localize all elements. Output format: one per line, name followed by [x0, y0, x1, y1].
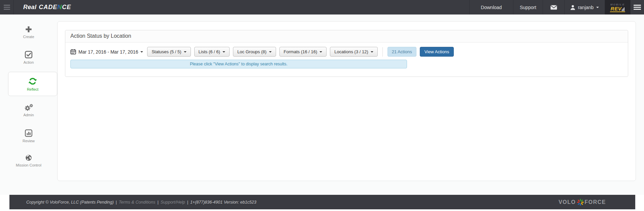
- info-message: Please click "View Actions" to display s…: [70, 60, 407, 68]
- divider: |: [157, 200, 158, 205]
- envelope-icon: [550, 5, 557, 10]
- plus-icon: [25, 26, 32, 33]
- support-help-link[interactable]: Support/Help: [161, 200, 185, 205]
- sidebar-item-label: Mission Control: [16, 163, 41, 167]
- sidebar-toggle-button[interactable]: [0, 0, 14, 14]
- sidebar-item-create[interactable]: Create: [0, 23, 57, 41]
- calendar-icon: [70, 49, 76, 55]
- checkbox-icon: [25, 51, 33, 59]
- sidebar-item-admin[interactable]: Admin: [0, 100, 57, 119]
- sidebar-item-label: Review: [23, 139, 35, 143]
- nav-support[interactable]: Support: [513, 0, 543, 14]
- terms-link[interactable]: Terms & Conditions: [119, 200, 156, 205]
- sidebar-item-reflect[interactable]: Reflect: [8, 72, 57, 96]
- options-menu-button[interactable]: [630, 0, 644, 14]
- gears-icon: [24, 103, 33, 111]
- footer: Copyright © VoloForce, LLC (Patents Pend…: [9, 195, 635, 209]
- loc-groups-dropdown[interactable]: Loc Groups (8): [233, 47, 276, 57]
- filter-toolbar: Mar 17, 2016 - Mar 17, 2016 Statuses (5 …: [70, 47, 623, 57]
- divider: |: [187, 200, 188, 205]
- copyright-text: Copyright © VoloForce, LLC (Patents Pend…: [26, 200, 114, 205]
- app-logo[interactable]: Real CADENNCE: [23, 0, 71, 14]
- hamburger-icon: [4, 5, 10, 10]
- chevron-down-icon: [596, 7, 599, 8]
- sidebar-item-label: Create: [23, 35, 34, 39]
- navbar-right: Download Support ranjanb MOBILE REV: [469, 0, 644, 14]
- username-label: ranjanb: [578, 5, 594, 10]
- locations-dropdown[interactable]: Locations (3 / 12): [330, 47, 377, 57]
- sidebar-item-action[interactable]: Action: [0, 48, 57, 67]
- divider: |: [116, 200, 117, 205]
- top-navbar: Real CADENNCE Download Support ranjanb M…: [0, 0, 644, 14]
- lists-dropdown[interactable]: Lists (6 / 6): [194, 47, 230, 57]
- actions-count-badge: 21 Actions: [387, 47, 416, 57]
- chevron-down-icon: [319, 51, 322, 53]
- phone-version-text: 1+(877)836-4901 Version: eb1c523: [190, 200, 257, 205]
- sidebar-item-label: Reflect: [27, 87, 38, 91]
- sidebar-item-mission-control[interactable]: Mission Control: [0, 151, 57, 170]
- voloforce-logo: VOLO FORCE: [558, 199, 606, 206]
- user-menu[interactable]: ranjanb: [564, 0, 605, 14]
- mobile-rev-line2: REV: [610, 6, 625, 12]
- main-card: Action Status by Location: [57, 21, 636, 181]
- divider: [382, 47, 383, 57]
- action-status-panel: Action Status by Location: [65, 30, 628, 77]
- formats-dropdown[interactable]: Formats (16 / 16): [279, 47, 327, 57]
- nav-download[interactable]: Download: [469, 0, 513, 14]
- nav-support-label: Support: [520, 5, 536, 10]
- nav-messages[interactable]: [543, 0, 564, 14]
- mobile-rev-logo: MOBILE REV: [605, 0, 630, 14]
- pinwheel-icon: [577, 199, 584, 206]
- sidebar-item-label: Action: [24, 60, 34, 64]
- hamburger-icon: [634, 5, 641, 10]
- refresh-icon: [28, 77, 37, 86]
- sidebar-item-review[interactable]: Review: [0, 126, 57, 145]
- chevron-down-icon: [371, 51, 373, 53]
- globe-icon: [25, 154, 32, 161]
- footer-text: Copyright © VoloForce, LLC (Patents Pend…: [26, 200, 256, 205]
- date-range-picker[interactable]: Mar 17, 2016 - Mar 17, 2016: [70, 49, 144, 55]
- sidebar: Create Action Reflect: [0, 14, 57, 195]
- chevron-down-icon: [140, 51, 143, 53]
- statuses-dropdown[interactable]: Statuses (5 / 5): [147, 47, 191, 57]
- navbar-left: Real CADENNCE: [0, 0, 469, 14]
- chevron-down-icon: [184, 51, 187, 53]
- page-title: Action Status by Location: [65, 30, 628, 42]
- chevron-down-icon: [223, 51, 225, 53]
- view-actions-button[interactable]: View Actions: [420, 47, 454, 57]
- date-range-value: Mar 17, 2016 - Mar 17, 2016: [78, 49, 138, 55]
- content-area: Create Action Reflect: [0, 14, 644, 195]
- sidebar-item-label: Admin: [23, 113, 34, 117]
- bar-chart-icon: [25, 129, 33, 137]
- brand-cadence: CADENNCE: [39, 4, 71, 11]
- nav-download-label: Download: [481, 5, 502, 10]
- chevron-down-icon: [269, 51, 272, 53]
- brand-real: Real: [23, 4, 36, 11]
- panel-body: Mar 17, 2016 - Mar 17, 2016 Statuses (5 …: [65, 42, 628, 77]
- rev-bars-icon: [622, 7, 624, 11]
- user-icon: [570, 5, 575, 10]
